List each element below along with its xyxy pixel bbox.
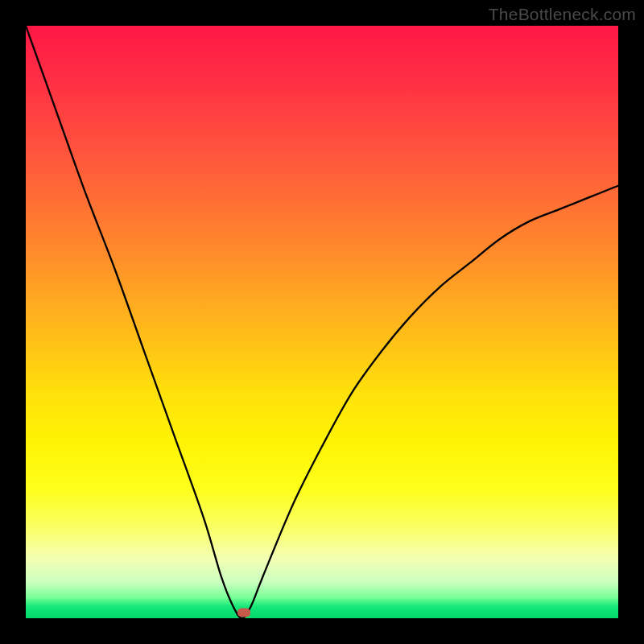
plot-area [26,26,618,618]
curve-svg [26,26,618,618]
chart-frame: TheBottleneck.com [0,0,644,644]
bottleneck-curve [26,26,618,618]
optimal-marker [237,608,250,617]
watermark-text: TheBottleneck.com [489,5,636,24]
